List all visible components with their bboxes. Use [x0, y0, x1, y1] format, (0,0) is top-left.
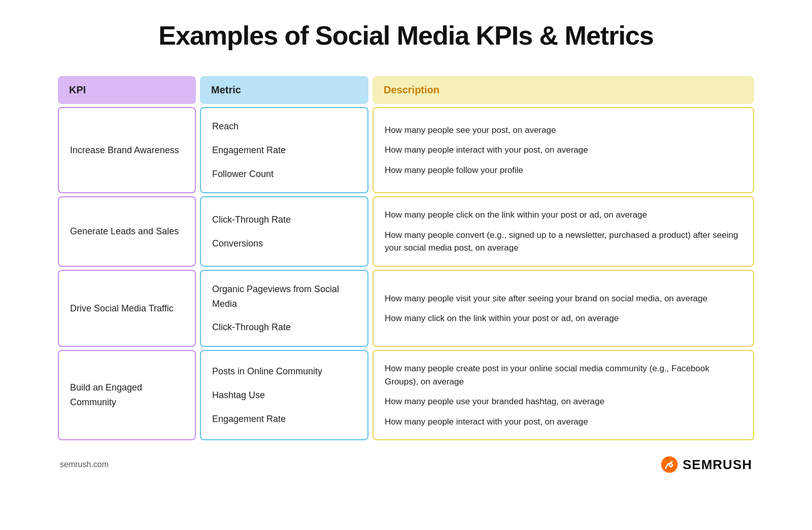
metric-cell: Organic Pageviews from Social MediaClick… [200, 270, 368, 347]
metric-item: Posts in Online Community [212, 364, 356, 379]
metric-cell: ReachEngagement RateFollower Count [200, 107, 368, 193]
description-item: How many people use your branded hashtag… [385, 395, 742, 408]
semrush-logo: SEMRUSH [660, 455, 752, 474]
kpi-cell: Generate Leads and Sales [58, 196, 196, 267]
description-item: How many click on the link within your p… [385, 312, 742, 325]
kpi-cell: Drive Social Media Traffic [58, 270, 196, 347]
header-description: Description [373, 76, 754, 104]
footer-url: semrush.com [60, 460, 109, 469]
semrush-brand-text: SEMRUSH [683, 457, 752, 473]
header-metric: Metric [200, 76, 368, 104]
description-item: How many people create post in your onli… [385, 362, 742, 388]
table-row: Build an Engaged CommunityPosts in Onlin… [56, 350, 756, 440]
kpi-cell: Increase Brand Awareness [58, 107, 196, 193]
description-cell: How many people click on the link within… [373, 196, 754, 267]
metric-item: Hashtag Use [212, 388, 356, 403]
footer: semrush.com SEMRUSH [56, 455, 756, 474]
page-title: Examples of Social Media KPIs & Metrics [158, 20, 653, 51]
table-row: Increase Brand AwarenessReachEngagement … [56, 107, 756, 193]
semrush-icon [660, 455, 679, 474]
description-item: How many people follow your profile [385, 164, 742, 177]
description-item: How many people convert (e.g., signed up… [385, 229, 742, 255]
metric-item: Organic Pageviews from Social Media [212, 282, 356, 311]
description-item: How many people click on the link within… [385, 208, 742, 222]
metric-cell: Posts in Online CommunityHashtag UseEnga… [200, 350, 368, 440]
metric-item: Engagement Rate [212, 143, 356, 158]
description-item: How many people see your post, on averag… [385, 124, 742, 137]
metric-item: Engagement Rate [212, 412, 356, 427]
metric-item: Follower Count [212, 167, 356, 182]
metric-item: Conversions [212, 236, 356, 251]
description-item: How many people interact with your post,… [385, 415, 742, 429]
description-cell: How many people visit your site after se… [373, 270, 754, 347]
description-item: How many people interact with your post,… [385, 144, 742, 157]
table-row: Drive Social Media TrafficOrganic Pagevi… [56, 270, 756, 347]
description-item: How many people visit your site after se… [385, 292, 742, 305]
metric-item: Click-Through Rate [212, 213, 356, 227]
header-kpi: KPI [58, 76, 196, 104]
kpi-cell: Build an Engaged Community [58, 350, 196, 440]
metric-item: Click-Through Rate [212, 320, 356, 335]
metric-item: Reach [212, 119, 356, 134]
description-cell: How many people see your post, on averag… [373, 107, 754, 193]
table-header: KPI Metric Description [56, 76, 756, 104]
kpi-table: KPI Metric Description Increase Brand Aw… [56, 76, 756, 440]
table-body: Increase Brand AwarenessReachEngagement … [56, 107, 756, 440]
table-row: Generate Leads and SalesClick-Through Ra… [56, 196, 756, 267]
metric-cell: Click-Through RateConversions [200, 196, 368, 267]
description-cell: How many people create post in your onli… [373, 350, 754, 440]
